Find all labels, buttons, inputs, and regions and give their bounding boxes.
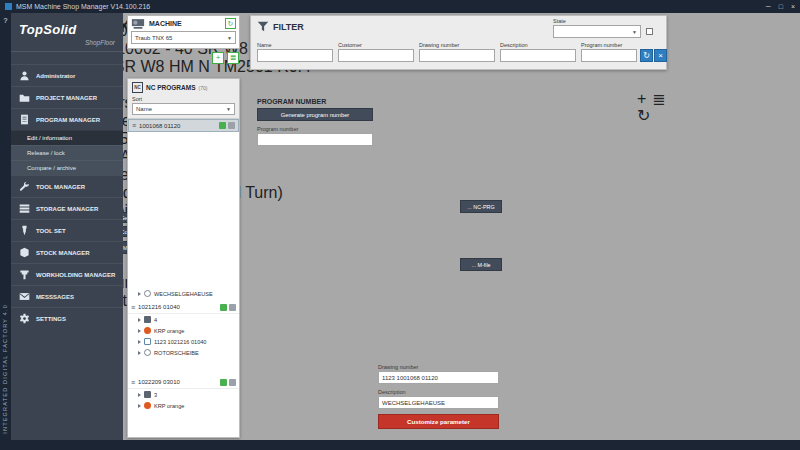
machine-selected-value: Traub TNX 65 xyxy=(135,35,172,41)
envelope-icon xyxy=(19,291,30,302)
nc-child-label: 1123 1021216 01040 xyxy=(154,339,206,345)
minimize-button[interactable]: ─ xyxy=(766,3,771,10)
sidebar-item-program-manager[interactable]: PROGRAM MANAGER xyxy=(11,108,123,130)
app-icon xyxy=(5,3,12,10)
machine-list-icon[interactable]: ≣ xyxy=(227,52,239,64)
tool-count-icon xyxy=(144,391,151,398)
status-badge-green xyxy=(220,304,227,311)
drawing-number-field[interactable] xyxy=(378,371,499,384)
nc-child-label: ROTORSCHEIBE xyxy=(154,350,199,356)
nc-program-row[interactable]: ≡ 1021216 01040 xyxy=(128,301,239,314)
machine-select[interactable]: Traub TNX 65 ▼ xyxy=(131,31,236,44)
cube-icon xyxy=(19,247,30,258)
nc-program-row[interactable]: ≡ 1022209 03010 xyxy=(128,376,239,389)
program-number-input[interactable] xyxy=(581,49,637,62)
filter-field-label: Program number xyxy=(581,42,622,48)
sidebar-item-tool-set[interactable]: TOOL SET xyxy=(11,219,123,241)
nc-child-label: KRP orange xyxy=(154,328,184,334)
titlebar: MSM Machine Shop Manager V14.100.216 ─ □… xyxy=(0,0,800,13)
nc-child-row[interactable]: 4 xyxy=(128,314,239,325)
sidebar-item-administrator[interactable]: Administrator xyxy=(11,64,123,86)
nc-child-row[interactable]: ROTORSCHEIBE xyxy=(128,347,239,358)
machine-sync-icon[interactable]: ↻ xyxy=(225,18,236,29)
vertical-banner-text: INTEGRATED DIGITAL FACTORY 4.0 xyxy=(2,304,8,434)
sidebar-item-project-manager[interactable]: PROJECT MANAGER xyxy=(11,86,123,108)
load-to-nc-prg-button[interactable]: ... NC-PRG xyxy=(460,200,502,213)
chevron-right-icon xyxy=(138,351,141,355)
create-m-file-button[interactable]: ... M-file xyxy=(460,258,502,271)
sidebar-item-workholding-manager[interactable]: WORKHOLDING MANAGER xyxy=(11,263,123,285)
sidebar-item-messages[interactable]: MESSSAGES xyxy=(11,285,123,307)
nc-programs-count: (70) xyxy=(198,85,207,91)
submenu-label: Release / lock xyxy=(27,150,65,156)
filter-title: FILTER xyxy=(273,22,304,32)
sidebar-item-label: WORKHOLDING MANAGER xyxy=(36,272,115,278)
nc-child-row[interactable]: WECHSELGEHAEUSE xyxy=(128,288,239,299)
drawing-icon xyxy=(144,338,151,345)
list-gap xyxy=(128,358,239,376)
nc-child-row[interactable]: 3 xyxy=(128,389,239,400)
name-input[interactable] xyxy=(257,49,333,62)
filter-field-label: Customer xyxy=(338,42,362,48)
part-icon xyxy=(144,349,151,356)
funnel-icon xyxy=(257,21,269,33)
customer-input[interactable] xyxy=(338,49,414,62)
machine-panel: MACHINE ↻ Traub TNX 65 ▼ xyxy=(127,15,240,49)
description-input[interactable] xyxy=(500,49,576,62)
sidebar-item-label: TOOL SET xyxy=(36,228,66,234)
machine-icon xyxy=(131,18,145,29)
nc-program-row[interactable]: ≡ 1001068 01120 xyxy=(128,119,239,132)
state-select[interactable]: ▼ xyxy=(553,25,641,38)
customize-parameter-button[interactable]: Customize parameter xyxy=(378,414,499,429)
nc-program-name: 1021216 01040 xyxy=(138,304,180,310)
chevron-right-icon xyxy=(138,393,141,397)
sidebar-item-settings[interactable]: SETTINGS xyxy=(11,307,123,329)
submenu-item-edit-information[interactable]: Edit / information xyxy=(11,130,123,145)
subprograms-refresh-icon[interactable]: ↻ xyxy=(637,106,650,125)
chevron-down-icon: ▼ xyxy=(227,35,232,41)
description-field[interactable] xyxy=(378,396,499,409)
maximize-button[interactable]: □ xyxy=(779,3,783,10)
submenu-label: Compare / archive xyxy=(27,165,76,171)
machine-title: MACHINE xyxy=(149,20,182,27)
sidebar-item-stock-manager[interactable]: STOCK MANAGER xyxy=(11,241,123,263)
sidebar-item-label: TOOL MANAGER xyxy=(36,184,85,190)
nc-programs-title: NC PROGRAMS xyxy=(146,84,195,91)
list-icon: ≡ xyxy=(131,379,135,386)
chevron-right-icon xyxy=(138,340,141,344)
tool-count-icon xyxy=(144,316,151,323)
folder-icon xyxy=(19,92,30,103)
submenu-item-compare-archive[interactable]: Compare / archive xyxy=(11,160,123,175)
clear-filter-button[interactable]: × xyxy=(654,49,667,62)
chevron-right-icon xyxy=(138,404,141,408)
document-icon xyxy=(19,114,30,125)
close-button[interactable]: × xyxy=(791,3,795,10)
sort-select[interactable]: Name ▼ xyxy=(132,103,235,115)
left-banner-strip: ? INTEGRATED DIGITAL FACTORY 4.0 xyxy=(0,13,11,440)
nc-badge-icon: NC xyxy=(132,82,143,93)
chevron-down-icon: ▼ xyxy=(632,29,637,35)
nc-child-row[interactable]: KRP orange xyxy=(128,325,239,336)
sidebar-item-label: STORAGE MANAGER xyxy=(36,206,98,212)
machine-add-icon[interactable]: + xyxy=(212,52,224,64)
chevron-right-icon xyxy=(138,329,141,333)
sidebar-item-label: STOCK MANAGER xyxy=(36,250,90,256)
status-badge-gray xyxy=(228,122,235,129)
nc-child-row[interactable]: 1123 1021216 01040 xyxy=(128,336,239,347)
submenu-item-release-lock[interactable]: Release / lock xyxy=(11,145,123,160)
bottom-bar xyxy=(0,440,800,450)
state-checkbox[interactable] xyxy=(646,28,653,35)
sidebar-item-tool-manager[interactable]: TOOL MANAGER xyxy=(11,175,123,197)
chevron-right-icon xyxy=(138,292,141,296)
refresh-button[interactable]: ↻ xyxy=(640,49,653,62)
subprograms-list-icon[interactable]: ≣ xyxy=(652,90,665,109)
drawing-number-input[interactable] xyxy=(419,49,495,62)
sidebar-item-storage-manager[interactable]: STORAGE MANAGER xyxy=(11,197,123,219)
nc-child-row[interactable]: KRP orange xyxy=(128,400,239,411)
chevron-right-icon xyxy=(138,318,141,322)
filter-field-label: Drawing number xyxy=(419,42,459,48)
status-badge-green xyxy=(219,122,226,129)
help-icon[interactable]: ? xyxy=(0,17,11,24)
topsolid-logo: TopSolid ShopFloor xyxy=(11,13,123,52)
nc-child-label: 3 xyxy=(154,392,157,398)
